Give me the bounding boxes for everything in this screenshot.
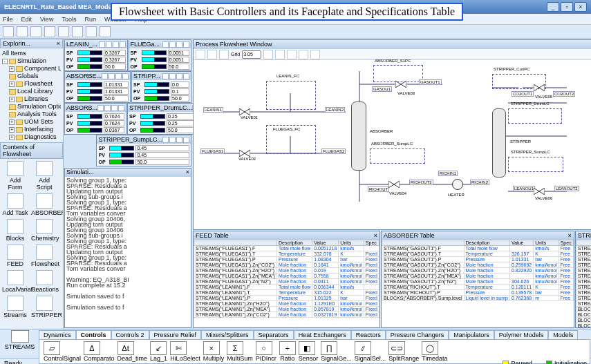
tree-label[interactable]: Flowsheet (24, 80, 53, 87)
stripper-grid[interactable]: DescriptionValueUnitsSpecSTREAMS("CO2OUT… (576, 240, 591, 327)
block-absorber[interactable] (351, 102, 366, 171)
valve-icon[interactable] (239, 150, 250, 157)
fs-tool[interactable] (287, 50, 297, 59)
tool-undo[interactable] (100, 26, 111, 37)
block-stripper[interactable] (492, 108, 506, 178)
fs-tool[interactable] (196, 50, 205, 59)
stream-label[interactable]: CO2OUT1 (512, 91, 534, 97)
op-item[interactable]: ✄HiLoSelect (170, 341, 200, 362)
palette-item[interactable]: Streams (2, 296, 28, 318)
ops-tab[interactable]: Controls 2 (111, 330, 149, 339)
ops-tab[interactable]: Models (548, 330, 578, 339)
op-item[interactable]: ○PIDIncr (256, 341, 276, 362)
ops-tab[interactable]: Controls (76, 330, 111, 339)
minimize-button[interactable]: _ (547, 2, 559, 12)
simlog-body[interactable]: Solving group 1, type:SPARSE: Residuals … (65, 177, 191, 311)
stream-label[interactable]: FLUEGAS1 (200, 149, 225, 154)
simlog-close-icon[interactable]: × (186, 169, 189, 177)
faceplate[interactable]: ABSORB... SP0.7624 PV0.7624 OP0.0367 (64, 103, 126, 135)
op-item[interactable]: ÷Ratio (279, 341, 296, 362)
menu-view[interactable]: View (40, 16, 53, 23)
stream-label[interactable]: LEANOUT2 (554, 186, 579, 191)
ops-tab[interactable]: Reactors (351, 330, 386, 339)
palette-item[interactable]: Add Form (2, 161, 28, 191)
close-button[interactable]: × (574, 2, 587, 12)
tree-label[interactable]: Libraries (24, 95, 48, 102)
ops-tab[interactable]: Heat Exchangers (294, 330, 351, 339)
tool-open[interactable] (17, 26, 28, 37)
tree-label[interactable]: Simulation (17, 57, 46, 64)
menu-edit[interactable]: Edit (21, 16, 32, 23)
ops-tab[interactable]: Manipulators (449, 330, 494, 339)
ops-tab[interactable]: Mixers/Splitters (201, 330, 254, 339)
controller-abs-s1pc[interactable] (373, 65, 423, 82)
op-item[interactable]: ↙Lag_1 (150, 341, 167, 362)
stream-label[interactable]: LEANOU1 (513, 186, 535, 191)
tree-label[interactable]: UOM Sets (24, 118, 53, 125)
faceplate[interactable]: LEANIN_... SP0.3267 PV0.3267 OP50.0 (64, 39, 128, 71)
ops-tab[interactable]: Dynamics (39, 330, 76, 339)
fs-tool[interactable] (299, 50, 308, 59)
controller-str-drumlc[interactable] (508, 108, 562, 124)
op-item[interactable]: ⫽SignalSel... (355, 341, 386, 362)
fs-tool[interactable] (275, 50, 285, 59)
tool-print[interactable] (44, 26, 55, 37)
absorber-grid[interactable]: DescriptionValueUnitsSpecSTREAMS("GASOUT… (382, 240, 574, 327)
table-close-icon[interactable]: × (374, 232, 377, 239)
tree-label[interactable]: Analysis Tools (17, 111, 57, 117)
stream-label[interactable]: RICHOUT (368, 186, 389, 192)
ops-tab[interactable]: Polymer Models (494, 330, 549, 339)
zoom-input[interactable] (242, 50, 261, 59)
valve-icon[interactable] (395, 81, 406, 88)
maximize-button[interactable]: ▫ (561, 2, 573, 12)
block-heater[interactable] (452, 179, 463, 190)
stream-label[interactable]: RICHOUT2 (409, 180, 433, 185)
tree-label[interactable]: Simulation Options (17, 103, 61, 110)
fs-tool[interactable] (263, 50, 273, 59)
streams-icon[interactable] (11, 330, 29, 343)
menu-file[interactable]: File (3, 16, 13, 23)
faceplate[interactable]: STRIPPER_SumpLC... SP0.45 PV0.45 OP50.0 (96, 135, 191, 166)
op-item[interactable]: ◧Sensor (299, 341, 319, 362)
table-close-icon[interactable]: × (567, 232, 571, 239)
palette-item[interactable]: Reactions (31, 270, 57, 293)
op-item[interactable]: ◯Timedata (422, 341, 447, 362)
controller-str-sumplc[interactable] (508, 157, 563, 172)
streams-icon-holder[interactable]: STREAMS (1, 330, 39, 357)
ops-tab[interactable]: Separators (254, 330, 294, 339)
tree-label[interactable]: Interfacing (24, 126, 53, 133)
menu-tools[interactable]: Tools (62, 16, 76, 23)
valve-icon[interactable] (239, 108, 250, 115)
explorer-close-icon[interactable]: × (57, 40, 60, 47)
op-item[interactable]: ⊂⊃SplitRange (388, 341, 419, 362)
valve-icon[interactable] (534, 188, 545, 195)
feed-grid[interactable]: DescriptionValueUnitsSpecSTREAMS("FLUEGA… (194, 240, 379, 327)
fs-tool[interactable] (219, 50, 229, 59)
fs-tool[interactable] (207, 50, 217, 59)
faceplate[interactable]: STRIPP... SP0.0 PV0.1 OP50.0 (131, 71, 191, 103)
palette-item[interactable]: STRIPPER (31, 296, 57, 318)
faceplate[interactable]: ABSORBE... SP1.01331 PV1.01331 OP50.0 (64, 71, 131, 103)
stream-label[interactable]: RICHIN1 (438, 171, 458, 176)
op-item[interactable]: ΔtDead_time (118, 341, 148, 362)
explorer-tree[interactable]: All Items -Simulation +Component Lists G… (0, 48, 63, 142)
op-item[interactable]: ΔComparato (84, 341, 115, 362)
ops-tab[interactable]: Pressure Changers (386, 330, 449, 339)
palette-item[interactable]: Blocks (2, 219, 28, 242)
tool-cut[interactable] (58, 26, 69, 37)
tree-label[interactable]: Diagnostics (24, 133, 57, 140)
stream-label[interactable]: RICHIN2 (470, 180, 489, 185)
palette-item[interactable]: FEED (2, 245, 28, 267)
stream-label[interactable]: CO2OUT2 (553, 91, 575, 97)
op-item[interactable]: ×Multiply (203, 341, 225, 362)
palette-item[interactable]: Flowsheet (31, 245, 57, 267)
controller-leanin-fc[interactable] (266, 81, 316, 110)
stream-label[interactable]: GASOUT1 (419, 79, 442, 85)
valve-icon[interactable] (534, 84, 545, 91)
valve-icon[interactable] (388, 181, 400, 188)
palette-item[interactable]: LocalVariat... (2, 270, 28, 293)
tree-label[interactable]: Component Lists (24, 65, 61, 72)
palette-item[interactable]: Add Task (2, 193, 28, 216)
palette-item[interactable]: ABSORBER (31, 193, 57, 216)
tool-copy[interactable] (72, 26, 83, 37)
